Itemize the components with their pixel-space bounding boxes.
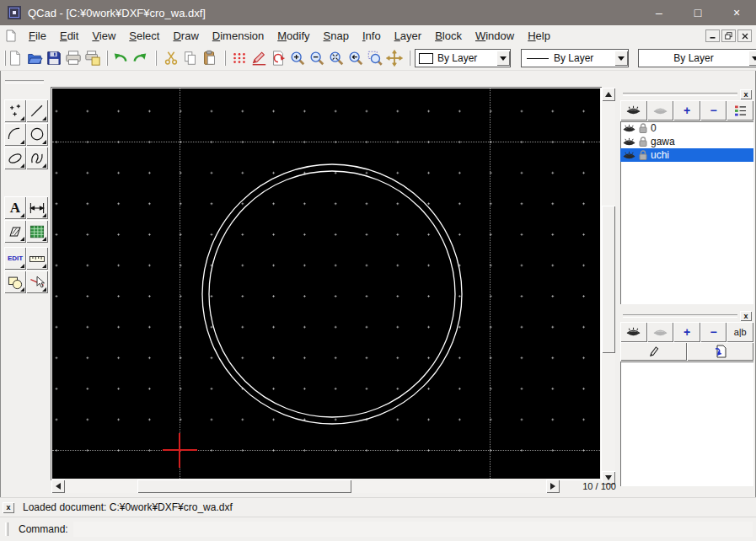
- ellipse-tool-button[interactable]: [4, 147, 26, 169]
- image-tool-button[interactable]: [26, 220, 48, 243]
- menu-item-modify[interactable]: Modify: [271, 27, 316, 45]
- block-panel-header[interactable]: x: [620, 310, 753, 322]
- command-input[interactable]: [73, 522, 753, 537]
- hatch-tool-button[interactable]: [4, 220, 26, 243]
- palette-handle[interactable]: [5, 80, 44, 83]
- hide-all-blocks-button[interactable]: [647, 322, 674, 342]
- menu-item-layer[interactable]: Layer: [388, 27, 429, 45]
- layer-attributes-button[interactable]: [727, 100, 753, 121]
- edit-tool-button[interactable]: EDIT: [4, 247, 26, 270]
- menu-item-snap[interactable]: Snap: [317, 27, 356, 45]
- horizontal-scrollbar[interactable]: [51, 479, 560, 493]
- menu-item-view[interactable]: View: [85, 27, 122, 45]
- circle-tool-button[interactable]: [26, 123, 48, 146]
- drawing-canvas[interactable]: [52, 88, 600, 479]
- auto-zoom-button[interactable]: [327, 49, 346, 67]
- layer-row-0[interactable]: 0: [620, 121, 753, 135]
- remove-layer-button[interactable]: −: [700, 100, 727, 121]
- undo-button[interactable]: [111, 49, 130, 67]
- copy-button[interactable]: [181, 49, 200, 67]
- combo-dropdown-button[interactable]: [496, 51, 510, 66]
- mdi-close-button[interactable]: [737, 29, 752, 42]
- zoom-out-button[interactable]: [308, 49, 326, 67]
- width-combo[interactable]: By Layer: [638, 49, 756, 67]
- close-button[interactable]: ×: [717, 0, 756, 25]
- remove-block-button[interactable]: −: [700, 322, 727, 342]
- draft-mode-button[interactable]: [249, 49, 268, 67]
- mdi-minimize-button[interactable]: [705, 29, 720, 42]
- block-panel: x + − a|b: [620, 310, 753, 488]
- eye-icon[interactable]: [623, 137, 635, 147]
- menu-item-dimension[interactable]: Dimension: [206, 27, 271, 45]
- panel-drag-handle[interactable]: [623, 314, 737, 318]
- scroll-left-button[interactable]: [51, 479, 65, 493]
- points-tool-button[interactable]: [4, 99, 26, 122]
- menu-item-draw[interactable]: Draw: [166, 27, 205, 45]
- pan-button[interactable]: [385, 49, 404, 67]
- vertical-scroll-thumb[interactable]: [602, 206, 615, 353]
- status-message: Loaded document: C:¥0work¥DXF¥cro_wa.dxf: [23, 501, 233, 513]
- text-tool-button[interactable]: A: [4, 196, 26, 219]
- measure-tool-button[interactable]: [26, 247, 48, 270]
- minimize-button[interactable]: –: [640, 0, 678, 25]
- menu-item-block[interactable]: Block: [428, 27, 469, 45]
- dimension-tool-button[interactable]: [26, 196, 48, 219]
- arc-tool-button[interactable]: [4, 123, 26, 146]
- new-button[interactable]: [6, 49, 24, 67]
- zoom-in-button[interactable]: [288, 49, 307, 67]
- select-tool-button[interactable]: [26, 270, 48, 293]
- toolbar-handle[interactable]: [409, 51, 410, 66]
- menu-item-help[interactable]: Help: [521, 27, 557, 45]
- paste-button[interactable]: [201, 49, 219, 67]
- block-panel-close-button[interactable]: x: [740, 311, 752, 321]
- scroll-right-button[interactable]: [546, 479, 560, 493]
- spline-tool-button[interactable]: [26, 147, 48, 169]
- redo-button[interactable]: [131, 49, 149, 67]
- menu-item-edit[interactable]: Edit: [53, 27, 85, 45]
- save-button[interactable]: [45, 49, 63, 67]
- line-tool-button[interactable]: [26, 99, 48, 122]
- print-button[interactable]: [64, 49, 83, 67]
- edit-block-button[interactable]: [620, 342, 687, 361]
- menu-item-window[interactable]: Window: [469, 27, 521, 45]
- rename-block-button[interactable]: a|b: [727, 322, 753, 342]
- layer-panel-close-button[interactable]: x: [740, 89, 752, 99]
- blocks-tool-button[interactable]: [4, 270, 26, 293]
- vertical-scrollbar[interactable]: [602, 88, 615, 485]
- insert-block-button[interactable]: [687, 342, 753, 361]
- mdi-controls: [705, 29, 752, 42]
- menu-item-select[interactable]: Select: [122, 27, 166, 45]
- open-button[interactable]: [25, 49, 44, 67]
- zoom-window-button[interactable]: [366, 49, 384, 67]
- app-icon: [8, 6, 21, 19]
- color-combo[interactable]: By Layer: [415, 49, 511, 67]
- cut-button[interactable]: [162, 49, 180, 67]
- panel-drag-handle[interactable]: [623, 93, 737, 96]
- grid-toggle-button[interactable]: [230, 49, 249, 67]
- scroll-up-button[interactable]: [602, 88, 615, 101]
- add-layer-button[interactable]: +: [673, 100, 700, 121]
- linetype-combo[interactable]: By Layer: [521, 49, 629, 67]
- layer-row-uchi[interactable]: uchi: [620, 148, 753, 162]
- menu-item-file[interactable]: File: [22, 27, 53, 45]
- zoom-previous-button[interactable]: [346, 49, 365, 67]
- combo-dropdown-button[interactable]: [614, 51, 628, 66]
- command-line-handle[interactable]: [5, 522, 8, 536]
- toolbar-handle[interactable]: [224, 51, 226, 66]
- layer-row-gawa[interactable]: gawa: [620, 135, 753, 148]
- horizontal-scroll-thumb[interactable]: [137, 479, 351, 493]
- menu-item-info[interactable]: Info: [356, 27, 388, 45]
- mdi-restore-button[interactable]: [721, 29, 736, 42]
- eye-icon[interactable]: [623, 124, 635, 133]
- show-all-blocks-button[interactable]: [620, 322, 647, 342]
- layer-panel-header[interactable]: x: [620, 88, 753, 100]
- maximize-button[interactable]: □: [678, 0, 717, 25]
- eye-icon[interactable]: [623, 151, 635, 160]
- print-preview-button[interactable]: [83, 49, 102, 67]
- status-close-button[interactable]: x: [3, 502, 14, 513]
- add-block-button[interactable]: +: [673, 322, 700, 342]
- combo-dropdown-button[interactable]: [748, 51, 756, 66]
- show-all-layers-button[interactable]: [620, 100, 647, 121]
- redraw-button[interactable]: [269, 49, 287, 67]
- hide-all-layers-button[interactable]: [647, 100, 674, 121]
